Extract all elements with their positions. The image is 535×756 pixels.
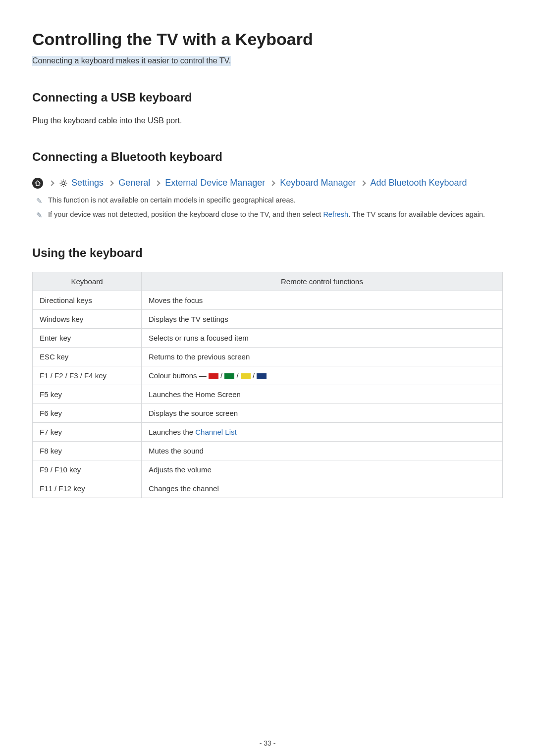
svg-line-8 [61,185,61,186]
note-text-pre: If your device was not detected, positio… [48,210,323,218]
swatch-red-icon [209,373,218,379]
breadcrumb: Settings General External Device Manager… [32,176,503,190]
func-cell: Mutes the sound [142,441,503,460]
breadcrumb-settings[interactable]: Settings [71,178,104,188]
breadcrumb-external-device-manager[interactable]: External Device Manager [165,178,265,188]
heading-bluetooth: Connecting a Bluetooth keyboard [32,150,503,164]
table-row: Windows key Displays the TV settings [33,309,503,328]
func-cell: Launches the Channel List [142,422,503,441]
page-number: - 33 - [0,739,535,747]
table-row: F6 key Displays the source screen [33,403,503,422]
func-cell: Adjusts the volume [142,460,503,479]
breadcrumb-add-bluetooth-keyboard[interactable]: Add Bluetooth Keyboard [370,178,467,188]
func-cell: Displays the source screen [142,403,503,422]
sep: / [253,371,257,380]
svg-line-7 [65,181,66,181]
chevron-right-icon [270,180,275,186]
chevron-right-icon [361,180,366,186]
channel-list-link[interactable]: Channel List [195,428,236,436]
svg-line-5 [61,181,61,181]
swatch-blue-icon [257,373,267,379]
func-cell: Moves the focus [142,291,503,309]
breadcrumb-general[interactable]: General [118,178,150,188]
heading-usb: Connecting a USB keyboard [32,91,503,104]
func-prefix: Colour buttons ― [149,371,209,380]
table-row: F8 key Mutes the sound [33,441,503,460]
key-cell: Windows key [33,309,142,328]
pencil-icon: ✎ [36,195,48,207]
breadcrumb-keyboard-manager[interactable]: Keyboard Manager [280,178,356,188]
table-row: F5 key Launches the Home Screen [33,385,503,403]
key-cell: F6 key [33,403,142,422]
keyboard-functions-table: Keyboard Remote control functions Direct… [32,272,503,498]
table-row: F7 key Launches the Channel List [33,422,503,441]
section-bluetooth: Connecting a Bluetooth keyboard Settings… [32,150,503,221]
chevron-right-icon [155,180,160,186]
note-text: If your device was not detected, positio… [48,209,503,221]
table-row: ESC key Returns to the previous screen [33,347,503,366]
swatch-yellow-icon [241,373,251,379]
key-cell: F7 key [33,422,142,441]
note: ✎ If your device was not detected, posit… [36,209,503,221]
func-cell: Returns to the previous screen [142,347,503,366]
svg-point-0 [62,182,65,185]
func-cell-colour: Colour buttons ― / / / [142,366,503,385]
chevron-right-icon [49,180,54,186]
chevron-right-icon [108,180,113,186]
func-cell: Changes the channel [142,479,503,498]
key-cell: F9 / F10 key [33,460,142,479]
table-header-functions: Remote control functions [142,272,503,291]
key-cell: Enter key [33,328,142,347]
usb-body: Plug the keyboard cable into the USB por… [32,116,503,125]
section-usb: Connecting a USB keyboard Plug the keybo… [32,91,503,125]
page-title: Controlling the TV with a Keyboard [32,30,503,49]
key-cell: F8 key [33,441,142,460]
key-cell: ESC key [33,347,142,366]
key-cell: Directional keys [33,291,142,309]
refresh-link[interactable]: Refresh [323,210,348,218]
svg-line-6 [65,185,66,186]
func-cell: Displays the TV settings [142,309,503,328]
key-cell: F5 key [33,385,142,403]
table-row: F9 / F10 key Adjusts the volume [33,460,503,479]
note-text-post: . The TV scans for available devices aga… [348,210,485,218]
gear-icon [59,179,68,188]
page-subtitle: Connecting a keyboard makes it easier to… [32,56,231,66]
swatch-green-icon [224,373,234,379]
table-row: F1 / F2 / F3 / F4 key Colour buttons ― /… [33,366,503,385]
sep: / [237,371,241,380]
table-row: Enter key Selects or runs a focused item [33,328,503,347]
note: ✎ This function is not available on cert… [36,195,503,207]
sep: / [220,371,224,380]
pencil-icon: ✎ [36,209,48,221]
heading-using: Using the keyboard [32,246,503,260]
table-row: Directional keys Moves the focus [33,291,503,309]
key-cell: F11 / F12 key [33,479,142,498]
home-icon [32,178,43,189]
note-text: This function is not available on certai… [48,195,503,207]
func-prefix: Launches the [149,428,195,436]
table-row: F11 / F12 key Changes the channel [33,479,503,498]
key-cell: F1 / F2 / F3 / F4 key [33,366,142,385]
func-cell: Selects or runs a focused item [142,328,503,347]
section-using-keyboard: Using the keyboard Keyboard Remote contr… [32,246,503,498]
func-cell: Launches the Home Screen [142,385,503,403]
table-header-keyboard: Keyboard [33,272,142,291]
